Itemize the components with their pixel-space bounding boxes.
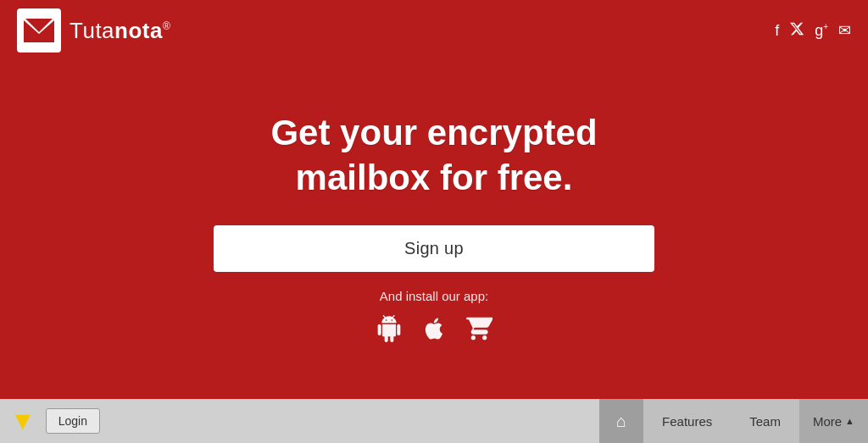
store-icon[interactable] — [465, 315, 492, 349]
header: Tutanota® f g+ ✉ — [0, 0, 868, 61]
home-icon: ⌂ — [616, 412, 626, 431]
logo-area: Tutanota® — [17, 8, 170, 53]
social-icons: f g+ ✉ — [775, 21, 851, 41]
nav-features-item[interactable]: Features — [643, 399, 731, 443]
yellow-arrow-icon: ▼ — [10, 408, 36, 434]
headline: Get your encrypted mailbox for free. — [270, 111, 597, 200]
main-content: Get your encrypted mailbox for free. Sig… — [0, 61, 868, 399]
logo-icon — [17, 8, 61, 53]
app-icons — [376, 315, 492, 349]
install-text: And install our app: — [380, 289, 488, 303]
bottom-bar: ▼ Login ⌂ Features Team More ▲ — [0, 399, 868, 443]
twitter-icon[interactable] — [789, 21, 804, 41]
googleplus-icon[interactable]: g+ — [815, 22, 828, 40]
nav-more-item[interactable]: More ▲ — [799, 399, 868, 443]
more-arrow-icon: ▲ — [845, 416, 854, 426]
nav-team-item[interactable]: Team — [731, 399, 799, 443]
email-icon[interactable]: ✉ — [838, 21, 851, 40]
nav-right: ⌂ Features Team More ▲ — [599, 399, 868, 443]
logo-text: Tutanota® — [70, 18, 170, 44]
nav-home-button[interactable]: ⌂ — [599, 399, 643, 443]
login-area: ▼ Login — [0, 408, 100, 434]
signup-button[interactable]: Sign up — [214, 225, 654, 272]
login-button[interactable]: Login — [46, 408, 100, 434]
android-icon[interactable] — [376, 315, 403, 349]
apple-icon[interactable] — [421, 316, 447, 348]
facebook-icon[interactable]: f — [775, 22, 779, 40]
